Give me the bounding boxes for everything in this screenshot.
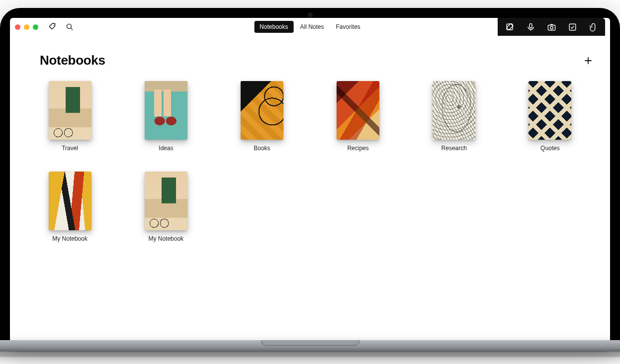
search-button[interactable] bbox=[63, 20, 76, 33]
compose-icon bbox=[505, 22, 515, 32]
notebook-cover bbox=[145, 81, 187, 140]
notebook-cover bbox=[49, 81, 91, 140]
laptop-lip bbox=[0, 340, 620, 352]
add-notebook-button[interactable] bbox=[581, 54, 595, 68]
svg-rect-6 bbox=[569, 24, 576, 30]
notebook-cover bbox=[49, 172, 91, 230]
tags-button[interactable] bbox=[46, 20, 59, 33]
notebook-cover bbox=[433, 81, 475, 140]
notebook-cover bbox=[241, 81, 283, 140]
checklist-icon bbox=[568, 22, 577, 32]
quick-actions bbox=[498, 18, 605, 36]
notebook-item[interactable]: Books bbox=[232, 81, 292, 152]
notebook-label: Quotes bbox=[540, 145, 560, 152]
notebook-cover bbox=[529, 81, 571, 140]
notebook-item[interactable]: My Notebook bbox=[136, 172, 196, 242]
notebook-item[interactable]: Research bbox=[424, 81, 484, 152]
main-content: Notebooks TravelIdeasBooksRecipesResearc… bbox=[10, 36, 610, 340]
voice-note-button[interactable] bbox=[524, 20, 537, 33]
notebook-cover bbox=[145, 172, 187, 230]
window-controls bbox=[15, 24, 38, 30]
notebook-item[interactable]: Ideas bbox=[136, 81, 196, 152]
notebook-label: Research bbox=[442, 145, 467, 152]
notebook-label: Travel bbox=[62, 145, 78, 152]
page-title: Notebooks bbox=[40, 53, 105, 68]
plus-icon bbox=[583, 56, 593, 66]
notebook-grid: TravelIdeasBooksRecipesResearchQuotesMy … bbox=[40, 81, 580, 242]
attachment-button[interactable] bbox=[586, 20, 600, 33]
notebook-item[interactable]: My Notebook bbox=[40, 172, 100, 242]
notebook-item[interactable]: Recipes bbox=[328, 81, 388, 152]
top-bar: Notebooks All Notes Favorites bbox=[10, 18, 610, 36]
notebook-item[interactable]: Travel bbox=[40, 81, 100, 152]
svg-point-1 bbox=[67, 24, 71, 28]
compose-note-button[interactable] bbox=[503, 20, 517, 33]
app-window: Notebooks All Notes Favorites bbox=[10, 18, 610, 340]
svg-rect-3 bbox=[530, 23, 532, 28]
window-zoom-button[interactable] bbox=[33, 24, 38, 30]
svg-point-5 bbox=[550, 26, 553, 29]
laptop-notch bbox=[261, 340, 360, 346]
svg-point-0 bbox=[54, 25, 55, 26]
laptop-body: Notebooks All Notes Favorites bbox=[0, 8, 620, 340]
microphone-icon bbox=[526, 22, 535, 32]
search-icon bbox=[65, 22, 74, 31]
notebook-label: Recipes bbox=[347, 145, 368, 152]
laptop-frame: Notebooks All Notes Favorites bbox=[0, 8, 620, 356]
notebook-label: My Notebook bbox=[148, 235, 183, 242]
title-row: Notebooks bbox=[40, 53, 580, 68]
camera-icon bbox=[547, 22, 556, 32]
svg-rect-4 bbox=[548, 25, 555, 30]
tag-icon bbox=[48, 22, 57, 31]
camera-note-button[interactable] bbox=[544, 20, 558, 33]
checklist-note-button[interactable] bbox=[565, 20, 579, 33]
view-tabs: Notebooks All Notes Favorites bbox=[254, 21, 366, 33]
tab-favorites[interactable]: Favorites bbox=[331, 21, 366, 33]
window-minimize-button[interactable] bbox=[24, 24, 29, 30]
window-close-button[interactable] bbox=[15, 24, 20, 30]
notebook-item[interactable]: Quotes bbox=[520, 81, 580, 152]
paperclip-icon bbox=[589, 22, 598, 32]
laptop-base bbox=[0, 340, 620, 356]
tab-all-notes[interactable]: All Notes bbox=[294, 21, 329, 33]
notebook-cover bbox=[337, 81, 379, 140]
notebook-label: Ideas bbox=[159, 145, 173, 152]
notebook-label: My Notebook bbox=[52, 235, 88, 242]
tab-notebooks[interactable]: Notebooks bbox=[254, 21, 293, 33]
notebook-label: Books bbox=[254, 145, 270, 152]
